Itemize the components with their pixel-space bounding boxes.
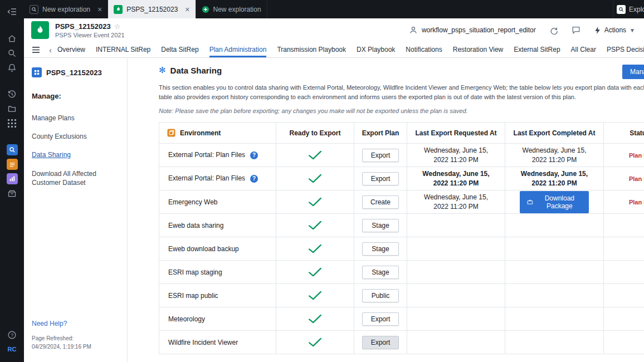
notifications-bell-icon[interactable] <box>0 60 24 75</box>
export-action-button[interactable]: Export <box>362 312 399 326</box>
environment-cell: ESRI map staging <box>159 261 276 284</box>
page-refreshed-label: Page Refreshed: <box>32 334 91 343</box>
table-row: ESRI map stagingStage <box>159 261 644 284</box>
nav-tab-notifications[interactable]: Notifications <box>406 42 442 57</box>
table-row: Emergency WebCreateWednesday, June 15, 2… <box>159 190 644 214</box>
export-plan-cell: Create <box>354 190 407 214</box>
nav-tab-transmission-playbook[interactable]: Transmission Playbook <box>277 42 346 57</box>
user-avatar[interactable]: RC <box>0 342 24 356</box>
apps-grid-icon[interactable] <box>0 116 24 130</box>
environment-label: External Portal: Plan Files <box>168 151 245 159</box>
refresh-icon[interactable] <box>549 26 558 35</box>
export-plan-cell: Export <box>354 144 407 167</box>
environment-cell: Eweb data sharing <box>159 214 276 237</box>
user-role-label: workflow_psps_situation_report_editor <box>422 26 536 34</box>
requested-at-cell <box>407 331 505 354</box>
search-icon[interactable] <box>0 46 24 60</box>
close-icon[interactable]: × <box>185 5 189 14</box>
completed-at-cell <box>505 237 604 261</box>
nav-tab-dx-playbook[interactable]: DX Playbook <box>357 42 395 57</box>
app-subtitle: PSPS Viewer Event 2021 <box>55 32 125 38</box>
column-header-requested-at: Last Export Requested At <box>407 123 505 144</box>
check-icon <box>308 268 322 276</box>
tab-new-exploration-1[interactable]: New exploration × <box>24 0 108 18</box>
sidebar-toggle-icon[interactable] <box>0 4 24 19</box>
completed-at-cell: Wednesday, June 15, 2022 11:20 PM <box>505 144 604 167</box>
export-action-button[interactable]: Export <box>362 149 399 162</box>
nav-tab-external-sitrep[interactable]: External SitRep <box>514 42 560 57</box>
export-action-button[interactable]: Export <box>362 172 399 185</box>
export-action-button[interactable]: Public <box>362 289 399 302</box>
favorite-star-icon[interactable]: ☆ <box>114 22 121 31</box>
nav-tab-restoration-view[interactable]: Restoration View <box>453 42 504 57</box>
export-plan-cell: Stage <box>354 237 407 261</box>
help-icon[interactable]: ? <box>250 151 258 159</box>
side-link-data-sharing[interactable]: Data Sharing <box>32 150 115 159</box>
plus-circle-icon <box>202 6 209 13</box>
export-action-button[interactable]: Export <box>362 336 399 349</box>
tab-new-exploration-2[interactable]: New exploration <box>196 0 267 18</box>
side-link-download-all-affected-customer-dataset[interactable]: Download All Affected Customer Dataset <box>32 169 115 187</box>
plan-app-icon <box>32 67 42 77</box>
left-rail: ? RC <box>0 0 24 362</box>
check-icon <box>308 198 322 206</box>
ready-cell <box>276 237 354 261</box>
history-icon[interactable] <box>0 87 24 101</box>
folder-icon[interactable] <box>0 101 24 116</box>
nav-tab-plan-administration[interactable]: Plan Administration <box>209 42 267 57</box>
app-title-block: PSPS_12152023 ☆ PSPS Viewer Event 2021 <box>55 22 125 38</box>
export-action-button[interactable]: Create <box>362 195 399 209</box>
nav-tab-overview[interactable]: Overview <box>57 42 85 57</box>
column-header-completed-at: Last Export Completed At <box>505 123 604 144</box>
app-title: PSPS_12152023 <box>55 22 111 31</box>
requested-at-cell <box>407 214 505 237</box>
close-icon[interactable]: × <box>97 5 102 14</box>
need-help-link[interactable]: Need Help? <box>32 320 91 327</box>
nav-tab-psps-decision-dashboard[interactable]: PSPS Decision Dashboard <box>607 42 644 57</box>
download-package-button[interactable]: Download Package <box>520 191 589 213</box>
tab-exploration-partial[interactable]: Explo <box>613 0 644 18</box>
app-header: PSPS_12152023 ☆ PSPS Viewer Event 2021 w… <box>24 18 644 42</box>
check-icon <box>308 291 322 299</box>
side-link-county-exclusions[interactable]: County Exclusions <box>32 132 115 141</box>
environment-cell: External Portal: Plan Files? <box>159 167 276 190</box>
storage-box-icon[interactable] <box>0 186 24 200</box>
comment-icon[interactable] <box>572 26 580 35</box>
menu-icon[interactable] <box>32 46 40 53</box>
environment-cell: Emergency Web <box>159 190 276 214</box>
check-icon <box>308 151 322 159</box>
main-content: ✻ Data Sharing Manage This section enabl… <box>128 58 644 362</box>
requested-at-cell: Wednesday, June 15, 2022 11:20 PM <box>407 190 505 214</box>
actions-button[interactable]: Actions ▼ <box>594 26 635 35</box>
chevron-left-icon[interactable]: ‹ <box>49 45 52 55</box>
panel-bottom: Need Help? Page Refreshed: 04/29/2024, 1… <box>32 320 91 351</box>
user-role-menu[interactable]: workflow_psps_situation_report_editor <box>409 26 536 35</box>
requested-at-cell <box>407 237 505 261</box>
help-icon[interactable]: ? <box>0 327 24 342</box>
nav-tab-internal-sitrep[interactable]: INTERNAL SitRep <box>96 42 150 57</box>
manage-button[interactable]: Manage <box>622 65 644 79</box>
export-action-button[interactable]: Stage <box>362 242 399 256</box>
ready-cell <box>276 284 354 307</box>
export-action-button[interactable]: Stage <box>362 219 399 232</box>
chart-app-icon[interactable] <box>0 172 24 186</box>
lightning-icon <box>594 26 601 35</box>
side-panel: PSPS_12152023 Manage: Manage PlansCounty… <box>24 58 128 362</box>
status-cell <box>604 307 644 331</box>
export-action-button[interactable]: Stage <box>362 266 399 279</box>
requested-at-cell: Wednesday, June 15, 2022 11:20 PM <box>407 167 505 190</box>
completed-at-cell <box>505 307 604 331</box>
requested-at-cell <box>407 261 505 284</box>
actions-label: Actions <box>604 26 626 34</box>
help-icon[interactable]: ? <box>250 175 258 183</box>
nav-tab-all-clear[interactable]: All Clear <box>571 42 596 57</box>
column-header-ready: Ready to Export <box>276 123 354 144</box>
side-link-manage-plans[interactable]: Manage Plans <box>32 114 115 123</box>
export-plan-cell: Export <box>354 307 407 331</box>
layers-app-icon[interactable] <box>0 157 24 172</box>
status-text: Plan ha <box>629 199 644 206</box>
explorer-app-icon[interactable] <box>0 143 24 157</box>
nav-tab-delta-sitrep[interactable]: Delta SitRep <box>161 42 198 57</box>
home-icon[interactable] <box>0 31 24 46</box>
tab-psps-12152023[interactable]: PSPS_12152023 × <box>108 0 196 18</box>
